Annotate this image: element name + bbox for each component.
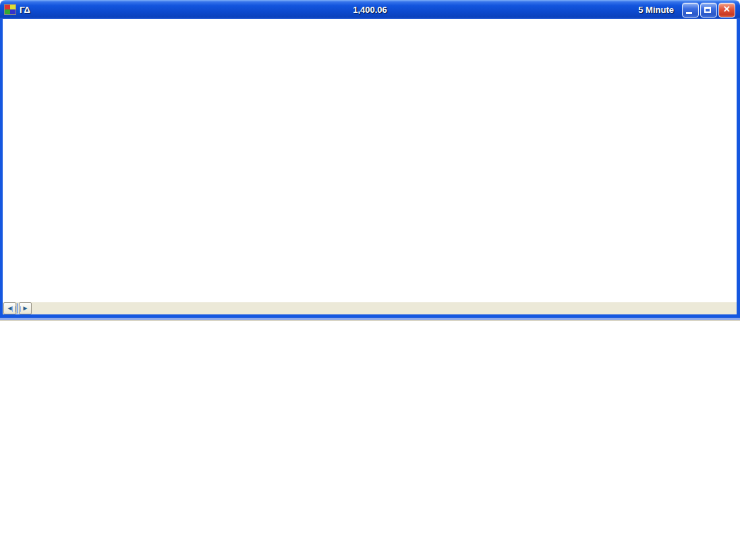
close-icon: ✕ xyxy=(719,4,735,14)
close-button[interactable]: ✕ xyxy=(718,3,735,18)
scrollbar-thumb[interactable] xyxy=(17,303,18,314)
price-chart[interactable] xyxy=(0,19,740,302)
title-bar[interactable]: ΓΔ 1,400.06 5 Minute ✕ xyxy=(0,0,740,19)
oscillator-panel[interactable] xyxy=(0,321,740,560)
scrollbar-grip xyxy=(12,306,22,312)
maximize-button[interactable] xyxy=(700,3,717,18)
timeframe-title: 5 Minute xyxy=(638,5,674,15)
application-window: ΓΔ 1,400.06 5 Minute ✕ ◄ ► xyxy=(0,0,740,560)
chart-scrollbar-row: ◄ ► xyxy=(3,302,737,314)
chart-toolbar xyxy=(32,302,737,314)
maximize-icon xyxy=(704,7,711,13)
minimize-button[interactable] xyxy=(682,3,699,18)
minimize-icon xyxy=(686,12,692,14)
last-price-title: 1,400.06 xyxy=(0,5,740,15)
